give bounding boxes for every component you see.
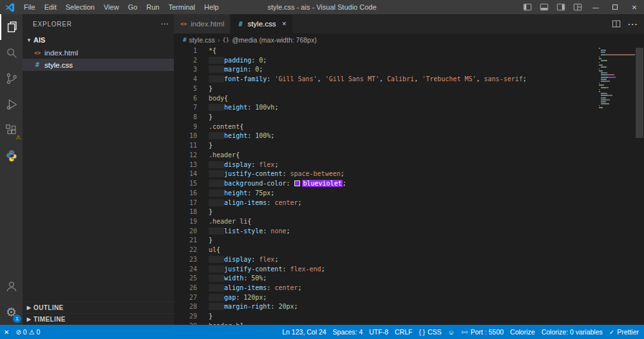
code-line[interactable]: align-items: center;	[209, 284, 644, 293]
activity-search[interactable]	[0, 40, 23, 66]
minimap-line	[599, 54, 635, 55]
file-index.html[interactable]: <>index.html	[23, 46, 174, 59]
menu-file[interactable]: File	[19, 0, 40, 14]
code-line[interactable]: justify-content: space-between;	[209, 170, 644, 179]
code-line[interactable]: .header li{	[209, 217, 644, 227]
toggle-secondary-sidebar-icon[interactable]	[553, 0, 569, 14]
menu-go[interactable]: Go	[124, 0, 142, 14]
code-line[interactable]: }	[209, 84, 644, 94]
status-item-ln-123-col-24[interactable]: Ln 123, Col 24	[282, 328, 326, 336]
status-item-colorize-0-variables[interactable]: Colorize: 0 variables	[542, 328, 603, 336]
code-line[interactable]: background-color: blueviolet;	[209, 179, 644, 189]
tab-style.css[interactable]: #style.css✕	[231, 14, 293, 34]
code-line[interactable]: height: 100vh;	[209, 103, 644, 113]
status-right: Ln 123, Col 24Spaces: 4UTF-8CRLF{ }CSS☺P…	[282, 328, 639, 336]
code-line[interactable]: display: flex;	[209, 255, 644, 265]
more-actions-icon[interactable]: ⋯	[160, 19, 169, 28]
code-line[interactable]: font-family: 'Gill Sans', 'Gill Sans MT'…	[209, 75, 644, 84]
minimap[interactable]	[599, 48, 635, 110]
activity-explorer[interactable]	[0, 14, 23, 40]
status-item-port-5500[interactable]: Port : 5500	[461, 328, 504, 336]
account-icon	[5, 279, 19, 293]
code-line[interactable]: margin: 0;	[209, 65, 644, 75]
code-line[interactable]: justify-content: flex-end;	[209, 265, 644, 275]
code-line[interactable]: padding: 0;	[209, 56, 644, 66]
minimap-line	[599, 103, 635, 104]
smiley-icon: ☺	[448, 329, 455, 336]
close-icon[interactable]: ✕	[282, 21, 287, 27]
status-item-css[interactable]: { }CSS	[419, 328, 441, 336]
maximize-restore-button[interactable]	[605, 0, 625, 14]
code-line[interactable]: list-style: none;	[209, 227, 644, 237]
code-line[interactable]: display: flex;	[209, 160, 644, 170]
menu-terminal[interactable]: Terminal	[164, 0, 200, 14]
color-swatch[interactable]	[294, 180, 300, 186]
code-line[interactable]: height: 100%;	[209, 131, 644, 141]
code-line[interactable]: header h1	[209, 322, 644, 325]
menu-help[interactable]: Help	[200, 0, 223, 14]
code-line[interactable]: }	[209, 208, 644, 217]
code-line[interactable]: }	[209, 236, 644, 246]
breadcrumb-item[interactable]: #style.css	[183, 36, 215, 44]
customize-layout-icon[interactable]	[569, 0, 586, 14]
menu-run[interactable]: Run	[142, 0, 164, 14]
split-editor-icon[interactable]	[612, 19, 621, 28]
minimap-line	[599, 99, 635, 101]
code-line[interactable]: body{	[209, 94, 644, 104]
line-number: 17	[174, 199, 197, 208]
status-item-utf-8[interactable]: UTF-8	[369, 328, 388, 336]
code-line[interactable]: gap: 120px;	[209, 293, 644, 303]
line-number: 3	[174, 65, 197, 75]
code-line[interactable]: width: 50%;	[209, 274, 644, 284]
folder-section-header[interactable]: ▼ AIS	[23, 34, 174, 46]
more-actions-icon[interactable]: ⋯	[627, 18, 638, 30]
toggle-sidebar-icon[interactable]	[519, 0, 536, 14]
problems-indicator[interactable]: ⊘ 0 ⚠ 0	[15, 328, 40, 336]
minimap-line	[599, 64, 635, 66]
minimap-line	[599, 79, 635, 80]
code-line[interactable]: .content{	[209, 122, 644, 132]
close-button[interactable]: ✕	[625, 0, 644, 14]
status-item-crlf[interactable]: CRLF	[395, 328, 412, 336]
code-line[interactable]: }	[209, 141, 644, 151]
code-line[interactable]: align-items: center;	[209, 199, 644, 208]
minimize-button[interactable]: —	[586, 0, 605, 14]
line-number: 7	[174, 103, 197, 113]
code-line[interactable]: height: 75px;	[209, 189, 644, 199]
code-line[interactable]: ul{	[209, 246, 644, 255]
timeline-section[interactable]: ▶ TIMELINE	[23, 313, 174, 325]
code-line[interactable]: }	[209, 312, 644, 322]
line-number: 19	[174, 217, 197, 227]
menu-selection[interactable]: Selection	[61, 0, 99, 14]
menu-view[interactable]: View	[99, 0, 124, 14]
file-style.css[interactable]: #style.css	[23, 59, 174, 71]
activity-source-control[interactable]	[0, 66, 23, 92]
outline-section[interactable]: ▶ OUTLINE	[23, 302, 174, 313]
main-area: ⚠ ⚙ 1 EXPLORER ⋯ ▼ AIS <>index.html#styl…	[0, 14, 644, 325]
minimap-line	[599, 97, 635, 99]
activity-accounts[interactable]	[0, 273, 23, 299]
toggle-panel-icon[interactable]	[536, 0, 553, 14]
status-item-prettier[interactable]: ✓Prettier	[609, 328, 639, 336]
code-line[interactable]: *{	[209, 46, 644, 56]
tab-list: <>index.html#style.css✕	[174, 14, 293, 34]
menu-edit[interactable]: Edit	[40, 0, 61, 14]
status-item-smiley[interactable]: ☺	[448, 329, 455, 336]
code-line[interactable]: margin-right: 20px;	[209, 302, 644, 312]
breadcrumb-item[interactable]: {}@media (max-width: 768px)	[222, 36, 316, 44]
activity-python[interactable]	[0, 143, 23, 169]
line-number: 8	[174, 113, 197, 122]
tab-index.html[interactable]: <>index.html	[174, 14, 231, 34]
activity-settings[interactable]: ⚙ 1	[0, 299, 23, 325]
activity-extensions[interactable]: ⚠	[0, 117, 23, 143]
remote-indicator-icon[interactable]: ✕	[4, 329, 9, 336]
status-item-spaces-4[interactable]: Spaces: 4	[333, 328, 363, 336]
code-line[interactable]: .header{	[209, 151, 644, 160]
code-editor[interactable]: 1234567891011121314151617181920212223242…	[174, 46, 644, 325]
status-item-colorize[interactable]: Colorize	[510, 328, 535, 336]
line-number: 4	[174, 75, 197, 84]
vertical-scrollbar[interactable]	[636, 48, 643, 138]
explorer-sidebar: EXPLORER ⋯ ▼ AIS <>index.html#style.css …	[23, 14, 174, 325]
code-line[interactable]: }	[209, 113, 644, 122]
activity-run-debug[interactable]	[0, 92, 23, 117]
